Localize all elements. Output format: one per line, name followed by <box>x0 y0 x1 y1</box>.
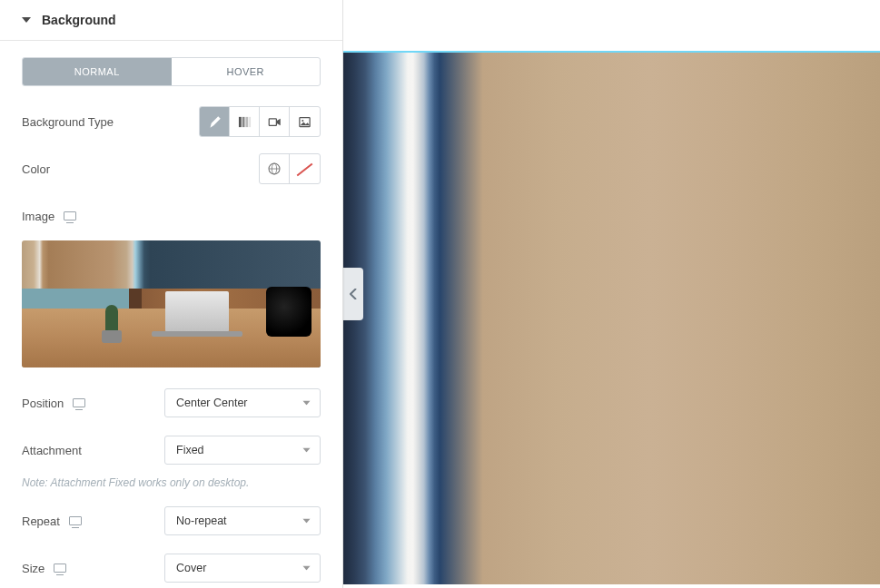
bgtype-gradient-button[interactable] <box>230 107 260 136</box>
responsive-icon[interactable] <box>73 398 85 407</box>
globe-icon <box>267 162 282 176</box>
label-color: Color <box>22 162 259 176</box>
state-tabs: NORMAL HOVER <box>22 57 321 86</box>
svg-rect-0 <box>238 116 241 126</box>
select-size[interactable]: Cover <box>164 554 321 583</box>
select-repeat[interactable]: No-repeat <box>164 506 321 535</box>
background-type-buttons <box>199 106 321 137</box>
svg-rect-1 <box>242 116 244 126</box>
chevron-down-icon <box>302 401 311 406</box>
tab-hover[interactable]: HOVER <box>172 58 321 85</box>
svg-rect-3 <box>249 116 251 126</box>
row-color: Color <box>22 153 321 184</box>
preview-chair <box>266 287 311 337</box>
select-repeat-value: No-repeat <box>176 514 227 527</box>
row-image-label: Image <box>22 201 321 231</box>
image-preview[interactable] <box>22 240 321 368</box>
select-attachment-value: Fixed <box>176 444 204 456</box>
bgtype-classic-button[interactable] <box>200 107 230 136</box>
bgtype-video-button[interactable] <box>260 107 290 136</box>
section-header-background[interactable]: Background <box>0 0 342 41</box>
section-title: Background <box>42 13 116 27</box>
svg-rect-4 <box>269 118 276 125</box>
global-color-button[interactable] <box>260 154 290 183</box>
label-background-type: Background Type <box>22 115 199 129</box>
caret-down-icon <box>22 17 31 23</box>
tab-normal[interactable]: NORMAL <box>23 58 172 85</box>
svg-rect-2 <box>245 116 248 126</box>
label-repeat: Repeat <box>22 514 164 528</box>
select-position-value: Center Center <box>176 397 248 409</box>
video-icon <box>268 115 282 129</box>
chevron-down-icon <box>302 519 311 524</box>
color-picker-button[interactable] <box>290 154 320 183</box>
preview-cactus <box>105 305 118 332</box>
preview-section[interactable] <box>343 51 880 584</box>
row-repeat: Repeat No-repeat <box>22 505 321 536</box>
color-control <box>259 153 321 184</box>
chevron-left-icon <box>350 289 357 299</box>
svg-point-6 <box>302 119 303 121</box>
paintbrush-icon <box>208 115 222 129</box>
bgtype-slideshow-button[interactable] <box>290 107 320 136</box>
image-icon <box>298 115 311 129</box>
attachment-note: Note: Attachment Fixed works only on des… <box>22 476 321 489</box>
select-attachment[interactable]: Fixed <box>164 436 321 465</box>
row-attachment: Attachment Fixed <box>22 435 321 466</box>
row-background-type: Background Type <box>22 106 321 137</box>
label-attachment: Attachment <box>22 444 164 457</box>
style-sidebar: Background NORMAL HOVER Background Type <box>0 0 343 588</box>
preview-laptop <box>165 291 229 332</box>
label-size: Size <box>22 562 164 575</box>
row-position: Position Center Center <box>22 387 321 418</box>
label-image: Image <box>22 210 321 223</box>
section-body: NORMAL HOVER Background Type <box>0 41 342 583</box>
collapse-sidebar-button[interactable] <box>343 268 363 320</box>
responsive-icon[interactable] <box>64 211 76 220</box>
gradient-icon <box>238 115 252 129</box>
canvas-preview <box>343 0 880 588</box>
chevron-down-icon <box>302 566 311 571</box>
select-size-value: Cover <box>176 562 206 574</box>
row-size: Size Cover <box>22 553 321 583</box>
select-position[interactable]: Center Center <box>164 388 321 417</box>
label-position: Position <box>22 397 164 410</box>
responsive-icon[interactable] <box>69 516 82 525</box>
responsive-icon[interactable] <box>54 564 66 573</box>
chevron-down-icon <box>302 448 311 453</box>
